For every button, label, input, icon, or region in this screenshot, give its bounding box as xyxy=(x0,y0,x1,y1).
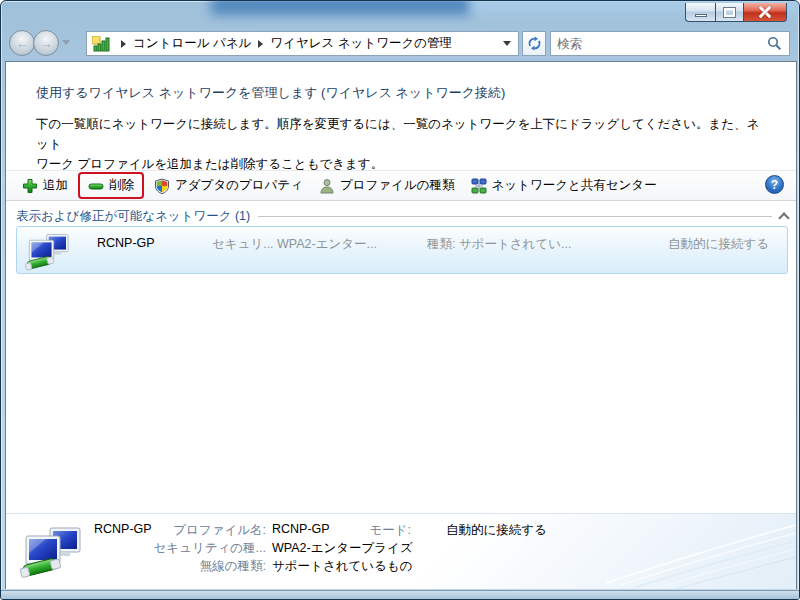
client-area: 使用するワイヤレス ネットワークを管理します (ワイヤレス ネットワーク接続) … xyxy=(5,61,797,589)
close-button[interactable] xyxy=(743,3,787,22)
profile-types-label: プロファイルの種類 xyxy=(340,177,455,194)
delete-button-label: 削除 xyxy=(109,177,134,194)
window-bottom-border xyxy=(1,590,799,599)
maximize-button[interactable] xyxy=(715,3,743,22)
minimize-button[interactable] xyxy=(685,3,715,22)
manage-wireless-networks-window: ← → コントロール パネル ワイヤレス ネットワークの管理 xyxy=(0,0,800,600)
refresh-button[interactable] xyxy=(522,31,546,56)
refresh-icon xyxy=(527,36,542,51)
collapse-chevron-icon[interactable] xyxy=(778,212,789,223)
chevron-down-icon xyxy=(503,41,511,46)
network-sharing-center-label: ネットワークと共有センター xyxy=(492,177,657,194)
minus-icon xyxy=(88,178,104,194)
network-sharing-center-button[interactable]: ネットワークと共有センター xyxy=(463,174,665,197)
address-dropdown-button[interactable] xyxy=(496,32,518,55)
radio-type-value: サポートされているもの xyxy=(272,558,412,575)
radio-type-label: 無線の種類: xyxy=(66,558,266,575)
description-line-2: ワーク プロファイルを追加または削除することもできます。 xyxy=(36,157,383,171)
description-line-1: 下の一覧順にネットワークに接続します。順序を変更するには、一覧のネットワークを上… xyxy=(36,117,759,151)
network-icon xyxy=(471,178,487,194)
adapter-properties-label: アダプタのプロパティ xyxy=(175,177,303,194)
swoosh-decoration xyxy=(566,517,796,589)
search-input[interactable] xyxy=(551,33,767,54)
close-icon xyxy=(759,6,772,19)
add-button-label: 追加 xyxy=(43,177,68,194)
address-bar[interactable]: コントロール パネル ワイヤレス ネットワークの管理 xyxy=(86,31,519,56)
network-type: 種類: サポートされてい... xyxy=(427,236,571,253)
profile-name-label: プロファイル名: xyxy=(66,522,266,539)
forward-arrow-icon: → xyxy=(40,36,53,51)
wireless-signal-icon xyxy=(92,36,110,52)
network-mode: 自動的に接続する xyxy=(668,236,769,253)
group-header-label: 表示および修正が可能なネットワーク (1) xyxy=(16,208,250,225)
navigation-bar: ← → コントロール パネル ワイヤレス ネットワークの管理 xyxy=(1,28,799,61)
security-type-label: セキュリティの種... xyxy=(66,540,266,557)
breadcrumb-arrow-icon xyxy=(121,40,126,48)
network-name: RCNP-GP xyxy=(97,236,155,250)
breadcrumb-manage-wireless[interactable]: ワイヤレス ネットワークの管理 xyxy=(270,35,452,52)
delete-button[interactable]: 削除 xyxy=(80,174,142,197)
wireless-network-icon xyxy=(25,229,71,273)
profile-types-button[interactable]: プロファイルの種類 xyxy=(311,174,463,197)
glass-reflection xyxy=(211,0,471,15)
minimize-icon xyxy=(695,14,707,17)
network-security: セキュリ... WPA2-エンター... xyxy=(212,236,377,253)
back-arrow-icon: ← xyxy=(16,36,29,51)
person-icon xyxy=(319,178,335,194)
add-button[interactable]: 追加 xyxy=(14,174,76,197)
mode-value: 自動的に接続する xyxy=(446,522,547,539)
help-icon: ? xyxy=(771,178,778,192)
breadcrumb-control-panel[interactable]: コントロール パネル xyxy=(133,35,251,52)
security-type-value: WPA2-エンタープライズ xyxy=(272,540,413,557)
details-pane: RCNP-GP プロファイル名: RCNP-GP モード: 自動的に接続する セ… xyxy=(6,513,796,589)
maximize-icon xyxy=(724,8,735,17)
group-header-rule xyxy=(258,216,772,217)
page-title: 使用するワイヤレス ネットワークを管理します (ワイヤレス ネットワーク接続) xyxy=(36,84,505,102)
back-button[interactable]: ← xyxy=(9,30,35,56)
search-box xyxy=(550,31,790,56)
help-button[interactable]: ? xyxy=(765,175,784,194)
list-group-header: 表示および修正が可能なネットワーク (1) xyxy=(16,207,788,225)
caption-buttons xyxy=(685,3,787,22)
breadcrumb-arrow-icon xyxy=(258,40,263,48)
command-toolbar: 追加 削除 アダプタのプロパティ xyxy=(6,170,796,201)
recent-pages-dropdown[interactable] xyxy=(62,40,70,45)
mode-label: モード: xyxy=(336,522,411,539)
plus-icon xyxy=(22,178,38,194)
page-description: 下の一覧順にネットワークに接続します。順序を変更するには、一覧のネットワークを上… xyxy=(36,114,766,174)
search-icon xyxy=(767,36,782,51)
forward-button[interactable]: → xyxy=(33,30,59,56)
adapter-properties-button[interactable]: アダプタのプロパティ xyxy=(146,174,311,197)
uac-shield-icon xyxy=(154,178,170,194)
network-list-row[interactable]: RCNP-GP セキュリ... WPA2-エンター... 種類: サポートされて… xyxy=(16,226,788,274)
profile-name-value: RCNP-GP xyxy=(272,522,330,536)
